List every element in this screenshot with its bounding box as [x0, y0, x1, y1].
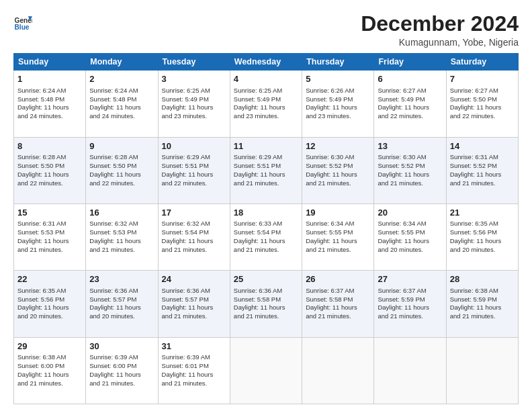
day-info-line: Daylight: 11 hours: [450, 103, 515, 112]
calendar-cell: 8Sunrise: 6:28 AMSunset: 5:50 PMDaylight…: [14, 137, 86, 203]
logo-icon: General Blue: [13, 12, 32, 31]
calendar-week-3: 15Sunrise: 6:31 AMSunset: 5:53 PMDayligh…: [14, 203, 519, 270]
calendar-cell: 23Sunrise: 6:36 AMSunset: 5:57 PMDayligh…: [86, 271, 158, 337]
day-info-line: Sunrise: 6:34 AM: [378, 220, 442, 228]
day-number: 15: [17, 207, 82, 219]
calendar-cell: 2Sunrise: 6:24 AMSunset: 5:48 PMDaylight…: [86, 71, 158, 137]
day-info-line: and 21 minutes.: [450, 312, 515, 321]
day-info-line: and 24 minutes.: [17, 112, 82, 121]
day-info-line: Sunrise: 6:38 AM: [450, 287, 515, 295]
day-info-line: Sunrise: 6:32 AM: [89, 220, 154, 228]
day-info-line: and 21 minutes.: [378, 179, 442, 188]
day-info-line: Sunrise: 6:35 AM: [450, 220, 515, 228]
calendar-cell: 29Sunrise: 6:38 AMSunset: 6:00 PMDayligh…: [14, 337, 86, 404]
day-info-line: Daylight: 11 hours: [378, 171, 442, 179]
calendar-cell: [230, 337, 302, 404]
calendar-cell: 1Sunrise: 6:24 AMSunset: 5:48 PMDaylight…: [14, 71, 86, 137]
day-info-line: Sunset: 5:49 PM: [162, 95, 226, 104]
day-info-line: and 21 minutes.: [306, 312, 370, 321]
calendar-cell: 30Sunrise: 6:39 AMSunset: 6:00 PMDayligh…: [86, 337, 158, 404]
day-number: 17: [162, 207, 226, 219]
day-info-line: Sunset: 5:49 PM: [378, 95, 442, 104]
day-info-line: and 22 minutes.: [162, 179, 226, 188]
day-info-line: Daylight: 11 hours: [306, 304, 370, 312]
calendar-cell: 21Sunrise: 6:35 AMSunset: 5:56 PMDayligh…: [446, 203, 518, 270]
day-info-line: Sunset: 5:56 PM: [450, 228, 515, 237]
day-number: 30: [89, 340, 154, 353]
day-info-line: Daylight: 11 hours: [17, 103, 82, 112]
day-info-line: Daylight: 11 hours: [306, 237, 370, 246]
day-info-line: and 23 minutes.: [162, 112, 226, 121]
day-info-line: Daylight: 11 hours: [162, 237, 226, 246]
day-number: 23: [89, 273, 154, 285]
day-info-line: Sunset: 5:59 PM: [450, 295, 515, 304]
day-info-line: Sunset: 5:53 PM: [17, 228, 82, 237]
day-info-line: Sunrise: 6:31 AM: [17, 220, 82, 228]
calendar-cell: 17Sunrise: 6:32 AMSunset: 5:54 PMDayligh…: [158, 203, 230, 270]
day-info-line: Sunrise: 6:31 AM: [450, 153, 515, 162]
day-info-line: Sunrise: 6:28 AM: [89, 153, 154, 162]
calendar-cell: 27Sunrise: 6:37 AMSunset: 5:59 PMDayligh…: [374, 271, 446, 337]
month-title: December 2024: [361, 12, 519, 36]
day-number: 8: [17, 140, 82, 152]
day-number: 13: [378, 140, 442, 152]
day-header-friday: Friday: [374, 54, 446, 71]
day-info-line: Sunset: 5:59 PM: [378, 295, 442, 304]
day-info-line: Daylight: 11 hours: [234, 304, 298, 312]
day-info-line: and 22 minutes.: [450, 112, 515, 121]
day-info-line: and 24 minutes.: [89, 112, 154, 121]
calendar-header-row: SundayMondayTuesdayWednesdayThursdayFrid…: [14, 54, 519, 71]
day-info-line: Sunset: 5:58 PM: [234, 295, 298, 304]
day-info-line: and 21 minutes.: [17, 379, 82, 388]
day-header-tuesday: Tuesday: [158, 54, 230, 71]
day-info-line: and 21 minutes.: [450, 179, 515, 188]
calendar-cell: 31Sunrise: 6:39 AMSunset: 6:01 PMDayligh…: [158, 337, 230, 404]
day-number: 19: [306, 207, 370, 219]
calendar-cell: 9Sunrise: 6:28 AMSunset: 5:50 PMDaylight…: [86, 137, 158, 203]
calendar-cell: 4Sunrise: 6:25 AMSunset: 5:49 PMDaylight…: [230, 71, 302, 137]
day-info-line: and 21 minutes.: [162, 246, 226, 255]
day-info-line: Sunrise: 6:29 AM: [234, 153, 298, 162]
day-info-line: Sunrise: 6:24 AM: [89, 87, 154, 95]
day-info-line: and 20 minutes.: [450, 246, 515, 255]
day-number: 16: [89, 207, 154, 219]
calendar-cell: 20Sunrise: 6:34 AMSunset: 5:55 PMDayligh…: [374, 203, 446, 270]
calendar-cell: 26Sunrise: 6:37 AMSunset: 5:58 PMDayligh…: [302, 271, 374, 337]
day-info-line: and 21 minutes.: [162, 379, 226, 388]
day-info-line: Sunrise: 6:27 AM: [450, 87, 515, 95]
day-info-line: Sunset: 5:51 PM: [234, 162, 298, 171]
day-info-line: Sunrise: 6:35 AM: [17, 287, 82, 295]
day-number: 28: [450, 273, 515, 285]
calendar-cell: 10Sunrise: 6:29 AMSunset: 5:51 PMDayligh…: [158, 137, 230, 203]
day-info-line: Sunrise: 6:30 AM: [306, 153, 370, 162]
calendar-cell: 28Sunrise: 6:38 AMSunset: 5:59 PMDayligh…: [446, 271, 518, 337]
day-info-line: Sunset: 5:49 PM: [306, 95, 370, 104]
day-info-line: Daylight: 11 hours: [450, 171, 515, 179]
day-info-line: Sunrise: 6:30 AM: [378, 153, 442, 162]
calendar-cell: 18Sunrise: 6:33 AMSunset: 5:54 PMDayligh…: [230, 203, 302, 270]
day-info-line: Daylight: 11 hours: [234, 237, 298, 246]
day-info-line: Daylight: 11 hours: [450, 304, 515, 312]
calendar-cell: 6Sunrise: 6:27 AMSunset: 5:49 PMDaylight…: [374, 71, 446, 137]
location: Kumagunnam, Yobe, Nigeria: [361, 37, 519, 48]
calendar-cell: 11Sunrise: 6:29 AMSunset: 5:51 PMDayligh…: [230, 137, 302, 203]
day-info-line: Sunset: 5:51 PM: [162, 162, 226, 171]
day-number: 5: [306, 73, 370, 85]
day-info-line: Sunset: 5:52 PM: [450, 162, 515, 171]
day-info-line: and 22 minutes.: [17, 179, 82, 188]
calendar-cell: 22Sunrise: 6:35 AMSunset: 5:56 PMDayligh…: [14, 271, 86, 337]
day-info-line: Sunset: 5:52 PM: [306, 162, 370, 171]
day-info-line: Daylight: 11 hours: [162, 103, 226, 112]
day-info-line: Sunset: 5:50 PM: [450, 95, 515, 104]
day-info-line: Sunrise: 6:37 AM: [306, 287, 370, 295]
day-info-line: Sunset: 5:49 PM: [234, 95, 298, 104]
day-info-line: Daylight: 11 hours: [378, 103, 442, 112]
day-number: 3: [162, 73, 226, 85]
day-number: 9: [89, 140, 154, 152]
day-info-line: Sunrise: 6:38 AM: [17, 353, 82, 362]
day-info-line: Sunrise: 6:25 AM: [162, 87, 226, 95]
day-info-line: Sunrise: 6:27 AM: [378, 87, 442, 95]
day-info-line: and 23 minutes.: [306, 112, 370, 121]
day-info-line: Daylight: 11 hours: [89, 103, 154, 112]
day-header-wednesday: Wednesday: [230, 54, 302, 71]
